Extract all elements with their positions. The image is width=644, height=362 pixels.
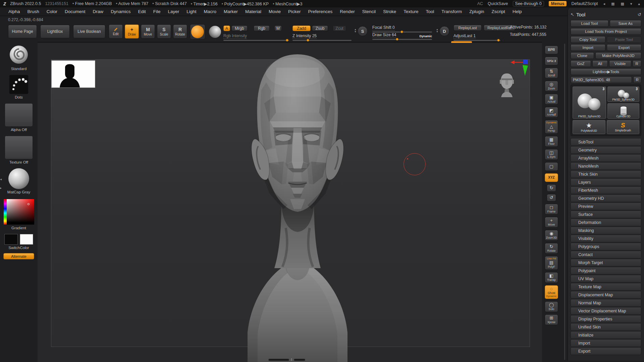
slider-handle[interactable] bbox=[286, 39, 288, 42]
right-shelf-item[interactable]: ▣ Actual bbox=[545, 94, 558, 105]
scrollbar-arrows-icon[interactable]: ▲▼ bbox=[290, 358, 292, 361]
load-tools-from-project-button[interactable]: Load Tools From Project bbox=[571, 28, 641, 35]
tool-section-item[interactable]: Morph Target bbox=[571, 259, 641, 266]
recent-tool-thumbnail[interactable]: 3 PM3D_Sphere3D bbox=[607, 86, 639, 102]
draw-size-slider[interactable]: Draw Size 64 Dynamic bbox=[372, 33, 432, 40]
tool-section-item[interactable]: Displacement Map bbox=[571, 291, 641, 299]
lightbox-tools-button[interactable]: Lightbox▶Tools bbox=[571, 68, 641, 75]
lightbox-button[interactable]: LightBox bbox=[40, 25, 70, 38]
layout-swap-icon[interactable]: ▩ bbox=[620, 2, 625, 6]
load-tool-button[interactable]: Load Tool bbox=[571, 20, 608, 27]
menubar-item[interactable]: Help bbox=[509, 7, 526, 16]
recent-tool-thumbnail[interactable]: Cylinder3D bbox=[607, 103, 639, 119]
collapse-up-icon[interactable]: ▴ bbox=[637, 2, 641, 6]
tool-section-item[interactable]: Geometry bbox=[571, 146, 641, 154]
z-intensity-slider[interactable]: Z Intensity 25 bbox=[292, 33, 352, 41]
secondary-color-swatch[interactable] bbox=[20, 234, 33, 245]
head-model-render[interactable] bbox=[219, 50, 376, 362]
zadd-button[interactable]: Zadd bbox=[292, 25, 311, 31]
tool-section-item[interactable]: ArrayMesh bbox=[571, 154, 641, 162]
right-shelf-item[interactable]: ▢ bbox=[545, 162, 558, 171]
right-shelf-item[interactable]: ◧ Transp bbox=[545, 272, 558, 283]
tool-section-item[interactable]: Texture Map bbox=[571, 283, 641, 291]
right-shelf-item[interactable]: Line Fill ▤ PolyF bbox=[545, 256, 558, 270]
menubar-item[interactable]: Brush bbox=[24, 7, 43, 16]
menubar-item[interactable]: Preferences bbox=[305, 7, 336, 16]
quicksave-button[interactable]: QuickSave bbox=[488, 1, 508, 6]
zcut-button[interactable]: Zcut bbox=[333, 25, 346, 31]
right-shelf-item[interactable]: ↺ bbox=[547, 194, 556, 201]
menubar-item[interactable]: Movie bbox=[265, 7, 284, 16]
edit-mode-button[interactable]: Edit bbox=[109, 24, 123, 39]
tool-section-item[interactable]: Geometry HD bbox=[571, 194, 641, 202]
menubar-item[interactable]: Dynamics bbox=[107, 7, 134, 16]
layout-grid-icon[interactable]: ▦ bbox=[610, 2, 615, 6]
right-shelf-item[interactable]: ◎ Zoom bbox=[545, 81, 558, 92]
tool-section-item[interactable]: Initialize bbox=[571, 331, 641, 339]
slider-handle[interactable] bbox=[497, 39, 500, 42]
dock-left-icon[interactable]: ◂ bbox=[603, 2, 606, 6]
move-mode-button[interactable]: M Move bbox=[141, 24, 155, 39]
main-color-swatch[interactable] bbox=[4, 234, 18, 245]
goz-all-button[interactable]: All bbox=[592, 60, 608, 67]
right-shelf-item[interactable]: ◌ Ghost Dynamic bbox=[545, 285, 558, 299]
replay-last-button[interactable]: ReplayLast bbox=[453, 25, 482, 31]
canvas-horizontal-scrollbar[interactable]: ▲▼ bbox=[268, 358, 305, 361]
right-shelf-item[interactable]: ⇅ Scroll bbox=[545, 68, 558, 78]
right-shelf-item[interactable]: ◫ L.Sym bbox=[545, 149, 558, 160]
stroke-curve-button[interactable]: S bbox=[358, 26, 368, 36]
slider-handle[interactable] bbox=[396, 38, 398, 41]
menubar-item[interactable]: Macro bbox=[200, 7, 220, 16]
menubar-item[interactable]: Layer bbox=[164, 7, 183, 16]
alpha-channel-button[interactable]: A bbox=[223, 25, 230, 31]
tool-section-item[interactable]: Deformation bbox=[571, 219, 641, 226]
scale-mode-button[interactable]: S Scale bbox=[157, 24, 171, 39]
right-shelf-item[interactable]: ▦ Floor bbox=[545, 136, 558, 147]
palette-tear-icon[interactable]: ↖ bbox=[571, 12, 574, 17]
right-shelf-item[interactable]: ◉ Zoom3D bbox=[545, 230, 558, 241]
menubar-item[interactable]: File bbox=[150, 7, 164, 16]
menubar-item[interactable]: Tool bbox=[422, 7, 438, 16]
right-shelf-item[interactable]: ◯ Solo bbox=[545, 301, 558, 312]
menubar-item[interactable]: Render bbox=[336, 7, 358, 16]
panel-resize-arrows[interactable]: ◂▸ bbox=[0, 178, 3, 190]
menubar-item[interactable]: Transform bbox=[438, 7, 466, 16]
home-page-button[interactable]: Home Page bbox=[8, 25, 37, 38]
copy-tool-button[interactable]: Copy Tool bbox=[571, 36, 605, 43]
recent-tool-thumbnail[interactable]: ★ PolyMesh3D bbox=[573, 120, 605, 134]
depth-spinner-arrows[interactable]: ▲▼ bbox=[436, 28, 438, 33]
tool-section-item[interactable]: Visibility bbox=[571, 235, 641, 242]
goz-visible-button[interactable]: Visible bbox=[609, 60, 631, 67]
live-boolean-button[interactable]: Live Boolean bbox=[73, 25, 105, 38]
menubar-item[interactable]: Picker bbox=[284, 7, 305, 16]
material-selector-button[interactable] bbox=[8, 168, 29, 189]
scroll-right-icon[interactable]: ▸ bbox=[0, 186, 3, 190]
tool-section-item[interactable]: Import bbox=[571, 339, 641, 347]
scroll-left-icon[interactable]: ◂ bbox=[0, 178, 3, 181]
export-tool-button[interactable]: Export bbox=[607, 44, 642, 51]
menubar-item[interactable]: Material bbox=[241, 7, 265, 16]
hue-strip[interactable] bbox=[4, 199, 7, 225]
right-shelf-item[interactable]: BPR bbox=[545, 46, 558, 54]
texture-selector-button[interactable] bbox=[5, 136, 33, 159]
brush-color-swatch[interactable] bbox=[190, 24, 205, 40]
right-shelf-item[interactable]: ⊞ Xpose bbox=[545, 314, 558, 325]
right-shelf-item[interactable]: XYZ bbox=[545, 173, 558, 182]
current-brush-button[interactable] bbox=[9, 45, 29, 66]
m-button[interactable]: M bbox=[274, 25, 282, 31]
menubar-item[interactable]: Stroke bbox=[379, 7, 400, 16]
document-thumbnail[interactable] bbox=[51, 60, 95, 88]
right-shelf-item[interactable]: Dynamic △ Persp bbox=[545, 120, 558, 134]
tool-r-button[interactable]: R bbox=[633, 76, 641, 83]
tool-section-item[interactable]: Preview bbox=[571, 202, 641, 210]
menubar-item[interactable]: Stencil bbox=[359, 7, 380, 16]
material-swatch[interactable] bbox=[207, 24, 223, 40]
paste-tool-button[interactable]: Paste Tool bbox=[607, 36, 642, 43]
menus-toggle-button[interactable]: Menus bbox=[549, 1, 567, 6]
tool-section-item[interactable]: UV Map bbox=[571, 275, 641, 283]
goz-button[interactable]: GoZ bbox=[571, 60, 591, 67]
tool-section-item[interactable]: Surface bbox=[571, 210, 641, 218]
tool-section-item[interactable]: Export bbox=[571, 347, 641, 355]
tool-section-item[interactable]: NanoMesh bbox=[571, 162, 641, 170]
goz-r-button[interactable]: R bbox=[633, 60, 641, 67]
